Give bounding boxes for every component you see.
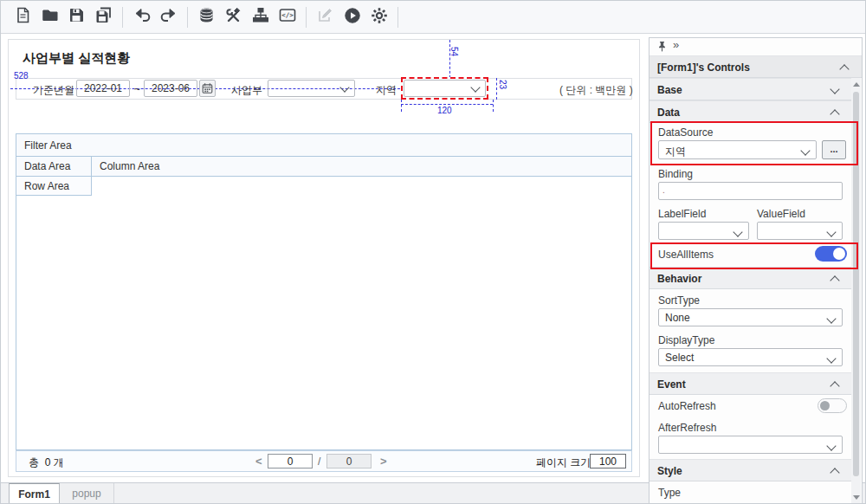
valuefield-select[interactable]: [757, 222, 843, 240]
data-area-cell[interactable]: Data Area: [16, 157, 92, 176]
guide-width120-label: 120: [437, 106, 452, 115]
tab-popup-label: popup: [72, 488, 100, 500]
toolbar-separator: [397, 7, 398, 28]
chevron-down-icon: [826, 353, 836, 363]
section-base[interactable]: Base: [650, 78, 852, 100]
column-area-label: Column Area: [100, 160, 159, 172]
section-event-label: Event: [657, 378, 686, 391]
chevron-down-icon: [826, 313, 836, 323]
toolbar-separator: [187, 7, 188, 28]
date-from-input[interactable]: 2022-01: [76, 80, 130, 97]
chevron-down-icon: [470, 82, 480, 92]
datasource-more-button[interactable]: ...: [822, 140, 846, 159]
section-data-label: Data: [657, 107, 680, 119]
collapse-panel-icon[interactable]: »: [673, 38, 679, 51]
edit-icon: [317, 7, 333, 27]
guide-vertical-line: [449, 40, 450, 78]
region-select[interactable]: [404, 80, 486, 97]
datasource-value: 지역: [665, 145, 686, 159]
new-file-icon: [15, 7, 31, 27]
next-page-button[interactable]: >: [380, 455, 387, 468]
undo-icon: [133, 7, 151, 27]
panel-scrollbar[interactable]: [851, 78, 861, 504]
guide-height23-label: 23: [498, 80, 507, 89]
column-area-cell[interactable]: Column Area: [92, 157, 633, 176]
displaytype-select[interactable]: Select: [658, 348, 843, 366]
data-area-label: Data Area: [24, 160, 70, 172]
chevron-up-icon: [839, 64, 849, 74]
current-page-input[interactable]: 0: [268, 454, 313, 468]
save-button[interactable]: [63, 5, 90, 29]
tab-form1-label: Form1: [18, 488, 50, 501]
row-area-cell[interactable]: Row Area: [16, 177, 92, 196]
chevron-up-icon: [830, 381, 839, 391]
section-data[interactable]: Data: [650, 100, 852, 123]
new-file-button[interactable]: [10, 5, 36, 29]
division-label: 사업부: [231, 83, 262, 98]
script-button[interactable]: </>: [274, 5, 301, 29]
undo-button[interactable]: [128, 5, 155, 29]
controls-header[interactable]: [Form1]'s Controls: [650, 55, 862, 78]
division-select[interactable]: [268, 80, 355, 97]
tab-form1[interactable]: Form1: [9, 483, 60, 504]
svg-text:</>: </>: [281, 11, 294, 19]
afterrefresh-select[interactable]: [658, 436, 843, 454]
datasource-button[interactable]: [193, 5, 220, 29]
chevron-down-icon: [800, 145, 810, 155]
redo-button[interactable]: [155, 5, 182, 29]
run-icon: [344, 7, 361, 28]
date-range-separator: ~: [134, 83, 140, 95]
scroll-up-arrow[interactable]: [853, 82, 860, 87]
run-button[interactable]: [339, 5, 365, 29]
page-size-input[interactable]: 100: [590, 454, 626, 468]
save-all-icon: [95, 7, 113, 27]
chevron-down-icon: [826, 441, 836, 450]
binding-label: Binding: [658, 168, 693, 180]
calendar-button[interactable]: [199, 80, 216, 97]
tab-popup[interactable]: popup: [60, 483, 114, 504]
save-all-button[interactable]: [90, 5, 117, 29]
section-event[interactable]: Event: [650, 372, 852, 395]
filter-area-row[interactable]: Filter Area: [16, 134, 631, 157]
settings-button[interactable]: [365, 5, 392, 29]
toolbar-separator: [122, 7, 123, 28]
design-canvas: 사업부별 실적현황 528 54 23 120 기준년월 2022-01 ~ 2…: [8, 39, 640, 477]
afterrefresh-label: AfterRefresh: [658, 422, 716, 434]
toggle-knob: [820, 401, 830, 410]
tools-button[interactable]: [220, 5, 247, 29]
page-size-label: 페이지 크기: [536, 456, 591, 470]
datasource-select[interactable]: 지역: [658, 140, 817, 159]
row-area-row: Row Area: [16, 177, 631, 196]
displaytype-value: Select: [665, 352, 694, 364]
guide-right-line: [496, 78, 497, 100]
region-label: 지역: [376, 83, 397, 98]
section-style[interactable]: Style: [650, 459, 852, 481]
open-file-button[interactable]: [36, 5, 63, 29]
datasource-label: DataSource: [658, 126, 713, 139]
binding-input[interactable]: .: [658, 182, 843, 200]
guide-bottom-line: [401, 104, 493, 105]
prev-page-button[interactable]: <: [255, 455, 262, 468]
settings-icon: [371, 7, 388, 28]
structure-button[interactable]: [247, 5, 274, 29]
labelfield-select[interactable]: [658, 222, 749, 240]
scroll-down-arrow[interactable]: [853, 495, 860, 500]
edit-button-disabled: [312, 5, 339, 29]
scrollbar-thumb[interactable]: [853, 92, 859, 476]
useallitems-toggle[interactable]: [815, 246, 847, 262]
valuefield-label: ValueField: [757, 208, 805, 220]
main-toolbar: </>: [1, 1, 865, 34]
section-behavior[interactable]: Behavior: [650, 267, 852, 289]
code-icon: </>: [279, 7, 296, 27]
guide-height-label: 54: [449, 47, 459, 56]
sorttype-select[interactable]: None: [658, 308, 843, 326]
date-to-input[interactable]: 2023-06: [144, 80, 197, 97]
report-title: 사업부별 실적현황: [23, 50, 130, 67]
unit-label: ( 단위 : 백만원 ): [559, 83, 633, 98]
filter-area-label: Filter Area: [24, 139, 72, 152]
labelfield-label: LabelField: [658, 208, 706, 220]
base-month-label: 기준년월: [33, 83, 74, 98]
sitemap-icon: [252, 7, 269, 27]
guide-width-label: 528: [14, 71, 29, 81]
autorefresh-toggle[interactable]: [818, 398, 847, 413]
